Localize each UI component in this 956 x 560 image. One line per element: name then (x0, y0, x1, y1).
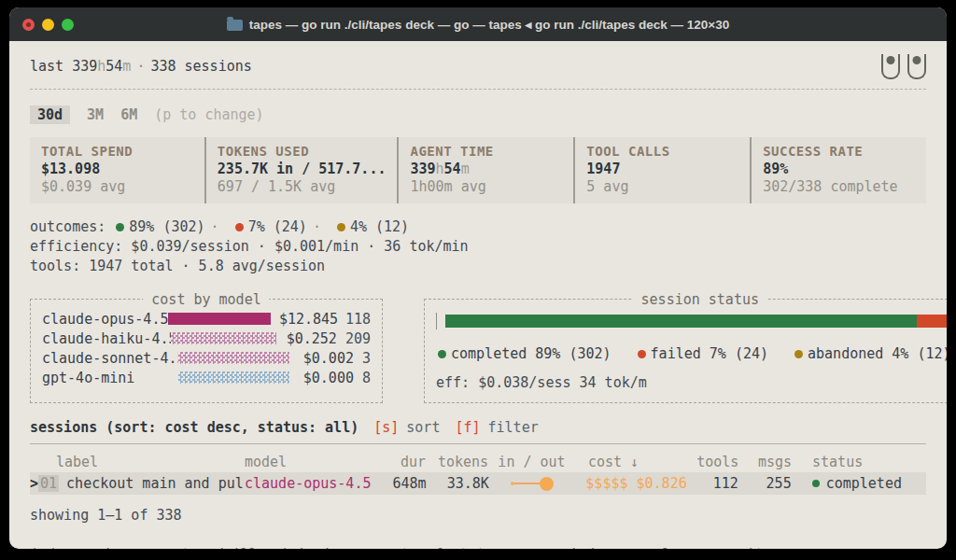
stat-label: TOTAL SPEND (41, 144, 193, 159)
period-selector: 30d 3M 6M (p to change) (30, 105, 926, 124)
filter-key-hint[interactable]: [f] (455, 419, 480, 436)
tape-reel-icon (907, 54, 926, 79)
cost-by-model-panel: cost by model claude-opus-4.5 $12.845 11… (30, 299, 383, 403)
period-option-6m[interactable]: 6M (120, 105, 137, 124)
cost-row: gpt-4o-mini $0.000 8 (42, 368, 371, 387)
outcomes-line: outcomes: 89% (302)· 7% (24)· 4% (12) (30, 217, 926, 237)
titlebar[interactable]: tapes — go run ./cli/tapes deck — go — t… (9, 7, 947, 41)
stat-card-total-spend: TOTAL SPEND $13.098 $0.039 avg (30, 137, 204, 203)
header-msgs: msgs (738, 454, 792, 470)
pagination-info: showing 1–1 of 338 (30, 507, 926, 524)
stat-label: TOKENS USED (218, 144, 387, 159)
table-divider (30, 443, 926, 444)
tools-line: tools: 1947 total · 5.8 avg/session (30, 257, 926, 276)
period-hint: (p to change) (154, 106, 263, 123)
legend-completed: completed 89% (302) (436, 345, 612, 362)
header-cost-sorted[interactable]: cost ↓ (575, 454, 688, 470)
session-count: 8 (362, 370, 371, 386)
period-option-3m[interactable]: 3M (87, 105, 104, 124)
sessions-heading: sessions (sort: cost desc, status: all) (30, 419, 358, 436)
filter-label[interactable]: filter (488, 419, 539, 436)
session-count: 3 (362, 350, 371, 367)
bar-tick (436, 313, 437, 329)
terminal-window: tapes — go run ./cli/tapes deck — go — t… (9, 7, 947, 549)
completed-dot-icon (438, 350, 446, 358)
minimize-button[interactable] (42, 19, 54, 31)
stat-card-tokens-used: TOKENS USED 235.7K in / 517.7... 697 / 1… (204, 137, 398, 203)
header-inout: in / out (488, 454, 575, 470)
folder-icon (227, 20, 243, 31)
header-tools: tools (687, 454, 738, 470)
stat-label: AGENT TIME (410, 144, 562, 159)
header-model: model (245, 454, 379, 470)
session-msgs: 255 (738, 475, 792, 492)
status-bar-failed (917, 315, 947, 328)
session-label: checkout main and pul... (66, 475, 245, 492)
header-tokens: tokens (426, 454, 488, 470)
completed-dot-icon (116, 223, 124, 231)
stat-sub: 697 / 1.5K avg (218, 178, 387, 195)
cost-row: claude-haiku-4.5 $0.252 209 (42, 329, 371, 348)
cost-row: claude-sonnet-4.5 $0.002 3 (42, 348, 371, 368)
close-button[interactable] (22, 19, 35, 31)
legend-failed: failed 7% (24) (636, 345, 768, 362)
cost-bar (178, 371, 289, 384)
traffic-lights (22, 19, 74, 31)
stat-value: 339h54m (410, 161, 562, 177)
stat-card-success-rate: SUCCESS RATE 89% 302/338 complete (750, 137, 926, 203)
zoom-button[interactable] (62, 19, 74, 31)
selection-pointer: > (30, 475, 38, 492)
header-status: status (812, 454, 926, 470)
tapes-logo (881, 54, 926, 79)
completed-dot-icon (812, 480, 820, 487)
session-tools: 112 (687, 475, 738, 492)
session-status-panel: session status completed 89% (302) faile… (424, 299, 947, 403)
status-stacked-bar (445, 315, 947, 328)
model-name: claude-sonnet-4.5 (42, 350, 178, 367)
cost-bar (178, 352, 289, 364)
sort-label[interactable]: sort (406, 419, 440, 436)
period-option-30d[interactable]: 30d (30, 105, 70, 124)
session-row-selected[interactable]: >01checkout main and pul... claude-opus-… (30, 472, 926, 495)
stat-label: TOOL CALLS (586, 144, 738, 159)
failed-dot-icon (638, 350, 646, 358)
window-title: tapes — go run ./cli/tapes deck — go — t… (249, 17, 729, 32)
session-model: claude-opus-4.5 (245, 475, 380, 492)
cost-bar (168, 313, 271, 325)
session-inout-sparkline (489, 477, 576, 491)
cost-value: $12.845 (279, 311, 337, 328)
stats-cards: TOTAL SPEND $13.098 $0.039 avg TOKENS US… (30, 137, 926, 203)
stat-label: SUCCESS RATE (763, 144, 915, 159)
table-header: label model dur tokens in / out cost ↓ t… (30, 452, 926, 472)
stat-sub: 5 avg (586, 178, 738, 195)
stat-value: 1947 (586, 161, 738, 177)
session-duration: 648m (380, 475, 427, 492)
terminal-content: last 339h54m·338 sessions 30d 3M 6M (p t… (9, 41, 947, 549)
row-index-badge: 01 (38, 475, 59, 492)
summary-line: last 339h54m·338 sessions (30, 58, 252, 75)
cost-row: claude-opus-4.5 $12.845 118 (42, 309, 371, 329)
cost-by-model-title: cost by model (143, 291, 269, 308)
stat-sub: 302/338 complete (763, 178, 915, 195)
model-name: claude-haiku-4.5 (42, 330, 171, 347)
stat-value: 235.7K in / 517.7... (218, 161, 387, 177)
model-name: claude-opus-4.5 (42, 311, 168, 328)
model-name: gpt-4o-mini (42, 370, 178, 386)
cost-value: $0.252 (285, 330, 337, 347)
legend-abandoned: abandoned 4% (12) (793, 345, 947, 362)
efficiency-summary: eff: $0.038/sess 34 tok/m (436, 374, 947, 391)
stat-value: 89% (763, 161, 915, 177)
tape-reel-icon (881, 54, 900, 79)
header-label: label (30, 454, 245, 470)
efficiency-line: efficiency: $0.039/session · $0.001/min … (30, 237, 926, 257)
abandoned-dot-icon (337, 223, 345, 231)
sort-key-hint[interactable]: [s] (373, 419, 399, 436)
session-tokens: 33.8K (427, 475, 489, 492)
status-bar-completed (445, 315, 917, 328)
abandoned-dot-icon (794, 350, 803, 358)
stat-card-tool-calls: TOOL CALLS 1947 5 avg (573, 137, 750, 203)
stat-card-agent-time: AGENT TIME 339h54m 1h00m avg (397, 137, 573, 203)
stat-sub: 1h00m avg (410, 178, 562, 195)
inout-dumbbell-icon (511, 477, 554, 491)
cost-value: $0.000 (298, 370, 354, 386)
